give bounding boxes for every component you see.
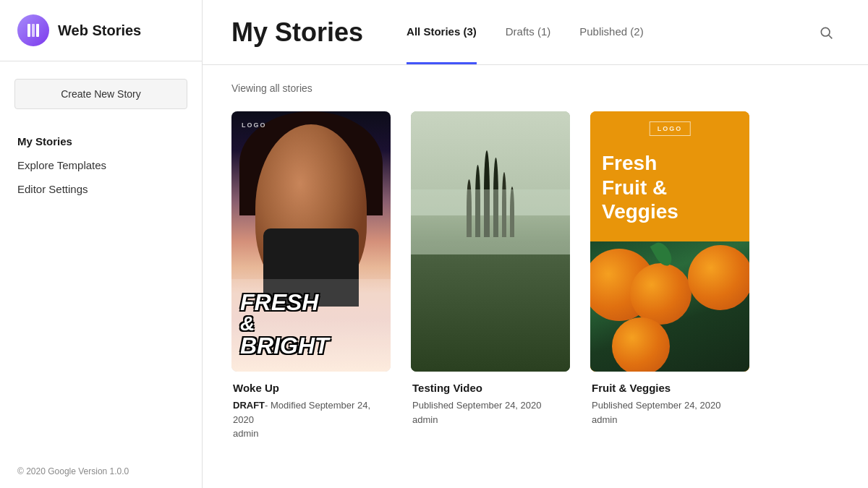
story-title-fruit: Fruit & Veggies — [592, 382, 748, 394]
story-title-woke-up: Woke Up — [233, 382, 389, 394]
svg-rect-0 — [27, 24, 30, 37]
fruit-bottom — [590, 241, 749, 372]
sidebar-footer: © 2020 Google Version 1.0.0 — [0, 455, 202, 488]
story-info-fruit: Fruit & Veggies Published September 24, … — [590, 382, 749, 427]
story-author-fruit: admin — [592, 413, 748, 427]
app-logo-icon — [17, 14, 49, 46]
svg-line-4 — [829, 35, 833, 38]
svg-point-3 — [821, 27, 830, 36]
draft-badge: DRAFT — [233, 400, 265, 411]
sidebar-content: Create New Story My Stories Explore Temp… — [0, 61, 202, 218]
story-title-testing: Testing Video — [412, 382, 569, 394]
create-story-button[interactable]: Create New Story — [14, 79, 187, 109]
orange-2 — [630, 263, 692, 325]
ampersand-text: & — [240, 314, 382, 334]
story-card-woke-up[interactable]: LOGO FRESH & BRIGHT Woke Up DRAFT- Modif… — [231, 111, 391, 441]
story-thumbnail-woke-up: LOGO FRESH & BRIGHT — [231, 111, 391, 372]
story-published-testing: Published September 24, 2020 — [412, 400, 542, 411]
story-meta-testing: Published September 24, 2020 admin — [412, 398, 569, 427]
sidebar-item-my-stories[interactable]: My Stories — [14, 129, 187, 153]
main-content: My Stories All Stories (3) Drafts (1) Pu… — [203, 0, 868, 488]
fresh-bright-overlay: FRESH & BRIGHT — [231, 279, 391, 372]
story-info-testing: Testing Video Published September 24, 20… — [411, 382, 570, 427]
sidebar-item-explore-templates[interactable]: Explore Templates — [14, 153, 187, 177]
foliage — [411, 254, 570, 372]
tab-published[interactable]: Published (2) — [579, 0, 643, 64]
page-title: My Stories — [231, 17, 363, 48]
header-actions — [813, 20, 839, 46]
fruit-title-line3: Veggies — [602, 200, 738, 224]
story-meta-fruit: Published September 24, 2020 admin — [592, 398, 748, 427]
sidebar: Web Stories Create New Story My Stories … — [0, 0, 203, 488]
svg-rect-1 — [32, 24, 35, 37]
story-thumbnail-testing — [411, 111, 570, 372]
story-meta-woke-up: DRAFT- Modified September 24, 2020 admin — [233, 398, 389, 441]
bright-text: BRIGHT — [240, 334, 382, 357]
tabs-container: All Stories (3) Drafts (1) Published (2) — [407, 0, 644, 64]
sidebar-header: Web Stories — [0, 0, 202, 61]
story-author-testing: admin — [412, 413, 569, 427]
fruit-title-line2: Fruit & — [602, 176, 738, 200]
orange-3 — [688, 245, 749, 310]
fruit-logo: LOGO — [650, 121, 691, 136]
fresh-text: FRESH — [240, 291, 382, 314]
sidebar-item-editor-settings[interactable]: Editor Settings — [14, 177, 187, 201]
viewing-label: Viewing all stories — [231, 82, 839, 94]
story-card-testing-video[interactable]: Testing Video Published September 24, 20… — [411, 111, 570, 441]
woke-up-logo: LOGO — [242, 121, 267, 129]
fruit-title-area: Fresh Fruit & Veggies — [602, 151, 738, 224]
stories-grid: LOGO FRESH & BRIGHT Woke Up DRAFT- Modif… — [231, 111, 839, 441]
search-button[interactable] — [813, 20, 839, 46]
story-info-woke-up: Woke Up DRAFT- Modified September 24, 20… — [231, 382, 391, 441]
plant-scene — [411, 111, 570, 372]
app-container: Web Stories Create New Story My Stories … — [0, 0, 868, 488]
story-author-woke-up: admin — [233, 427, 389, 441]
story-thumbnail-fruit: LOGO Fresh Fruit & Veggies — [590, 111, 749, 372]
story-card-fruit-veggies[interactable]: LOGO Fresh Fruit & Veggies — [590, 111, 749, 441]
fruit-title-line1: Fresh — [602, 151, 738, 176]
search-icon — [819, 25, 833, 40]
stories-area: Viewing all stories LOGO — [203, 65, 868, 488]
sidebar-nav: My Stories Explore Templates Editor Sett… — [14, 129, 187, 201]
story-published-fruit: Published September 24, 2020 — [592, 400, 721, 411]
app-title: Web Stories — [58, 22, 141, 39]
svg-rect-2 — [36, 24, 39, 37]
main-header: My Stories All Stories (3) Drafts (1) Pu… — [203, 0, 868, 65]
mist — [411, 189, 570, 254]
orange-4 — [612, 317, 670, 372]
tab-all-stories[interactable]: All Stories (3) — [407, 0, 477, 64]
tab-drafts[interactable]: Drafts (1) — [506, 0, 551, 64]
